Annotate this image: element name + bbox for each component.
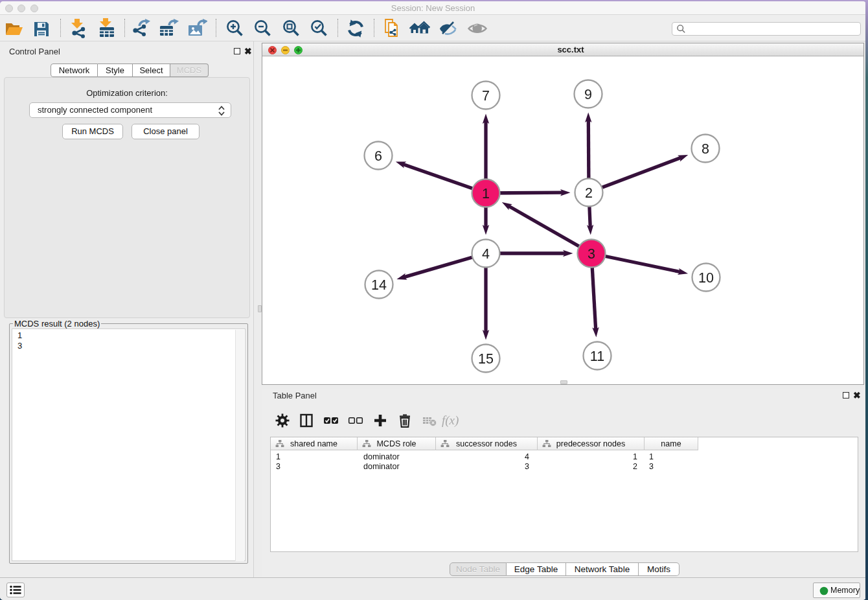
svg-text:9: 9: [584, 87, 592, 102]
svg-text:6: 6: [374, 148, 382, 164]
svg-text:14: 14: [371, 277, 387, 293]
svg-text:7: 7: [482, 88, 490, 104]
svg-text:11: 11: [590, 349, 604, 364]
svg-text:4: 4: [482, 246, 490, 262]
svg-text:8: 8: [702, 141, 709, 157]
svg-text:10: 10: [698, 270, 714, 286]
svg-text:15: 15: [478, 351, 494, 367]
svg-text:3: 3: [588, 246, 595, 262]
svg-text:2: 2: [585, 185, 593, 201]
svg-text:1: 1: [482, 186, 490, 202]
